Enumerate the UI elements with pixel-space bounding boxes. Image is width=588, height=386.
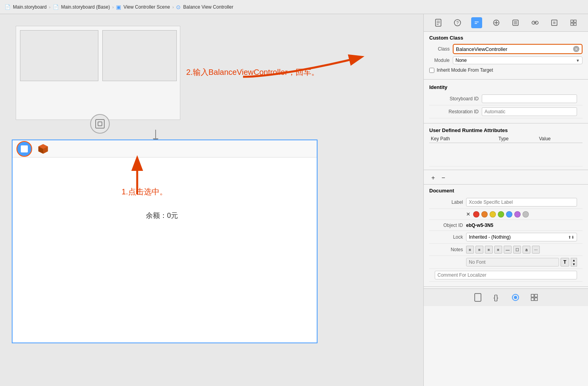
- breadcrumb-item-4[interactable]: Balance View Controller: [183, 4, 233, 10]
- svg-rect-40: [535, 298, 537, 301]
- toolbar-arrow-icon[interactable]: [491, 17, 502, 28]
- scene-inner-right: [102, 30, 177, 81]
- udra-table: Key Path Type Value: [429, 135, 583, 167]
- remove-attribute-button[interactable]: −: [439, 174, 447, 182]
- svg-rect-14: [474, 20, 480, 25]
- svg-rect-28: [553, 22, 555, 24]
- 3d-box-icon[interactable]: [36, 142, 50, 156]
- font-stepper[interactable]: ▲ ▼: [571, 258, 577, 266]
- font-picker: T ▲ ▼: [466, 258, 577, 266]
- selected-vc-circle-icon[interactable]: [16, 141, 32, 157]
- breadcrumb-item-2[interactable]: Main.storyboard (Base): [61, 4, 110, 10]
- notes-icon-group: ≡ ≡ ≡ ≡ — ☐ a ···: [466, 246, 540, 254]
- notes-box[interactable]: ☐: [513, 246, 521, 254]
- notes-label: Notes: [435, 247, 466, 252]
- toolbar-grid-icon[interactable]: [568, 17, 579, 28]
- label-label: Label: [435, 199, 466, 205]
- toolbar-list-icon[interactable]: [510, 17, 521, 28]
- storyboard-canvas[interactable]: 余额：0元 1.点击选中。 2.输入BalanceViewController，…: [0, 14, 423, 386]
- module-row: Module None ▼: [429, 56, 583, 64]
- color-dot-yellow[interactable]: [490, 211, 496, 217]
- nav-controller-icon[interactable]: [90, 114, 110, 134]
- breadcrumb-item-3[interactable]: View Controller Scene: [123, 4, 170, 10]
- bottom-toolbar: {}: [424, 288, 588, 306]
- storyboard-id-input[interactable]: [482, 94, 577, 103]
- vc-scene[interactable]: 余额：0元: [12, 140, 318, 343]
- svg-rect-39: [531, 298, 534, 301]
- notes-dash[interactable]: —: [504, 246, 512, 254]
- lock-row: Lock Inherited - (Nothing) ⬆⬇: [429, 231, 583, 244]
- class-input-field[interactable]: ✕: [453, 44, 583, 54]
- divider-4: [424, 286, 588, 287]
- color-dot-green[interactable]: [498, 211, 504, 217]
- udra-col-keypath: Key Path: [429, 135, 497, 143]
- breadcrumb-sep-2: ›: [112, 5, 114, 9]
- inherit-checkbox[interactable]: [429, 68, 434, 73]
- font-T-button[interactable]: T: [561, 258, 569, 266]
- notes-align-right[interactable]: ≡: [485, 246, 493, 254]
- svg-point-36: [514, 296, 517, 299]
- breadcrumb-sep-1: ›: [49, 5, 51, 9]
- class-clear-button[interactable]: ✕: [573, 46, 579, 52]
- red-arrow-2: [235, 38, 368, 100]
- breadcrumb-icon-3: ▣: [116, 4, 121, 10]
- notes-align-left[interactable]: ≡: [466, 246, 474, 254]
- class-text-input[interactable]: [456, 46, 573, 52]
- udra-col-value: Value: [537, 135, 583, 143]
- divider-2: [424, 123, 588, 123]
- color-dot-purple[interactable]: [514, 211, 521, 217]
- comment-input[interactable]: [435, 271, 577, 279]
- add-attribute-button[interactable]: +: [429, 174, 437, 182]
- module-dropdown[interactable]: None ▼: [453, 56, 583, 64]
- breadcrumb-item-1[interactable]: Main.storyboard: [13, 4, 47, 10]
- color-dot-orange[interactable]: [481, 211, 488, 217]
- color-picker: ✕: [466, 211, 529, 217]
- vc-header-bar: [13, 140, 317, 158]
- svg-rect-29: [571, 20, 573, 22]
- toolbar-size-icon[interactable]: [549, 17, 560, 28]
- lock-dropdown[interactable]: Inherited - (Nothing) ⬆⬇: [466, 233, 577, 241]
- notes-align-center[interactable]: ≡: [475, 246, 483, 254]
- breadcrumb-icon-4: ⊙: [176, 4, 181, 10]
- comment-row: [429, 269, 583, 282]
- bottom-braces-icon[interactable]: {}: [491, 292, 502, 303]
- breadcrumb-icon-2: 📄: [53, 4, 59, 10]
- label-input[interactable]: [466, 198, 577, 207]
- svg-rect-32: [574, 23, 576, 25]
- bottom-circle-icon[interactable]: [510, 292, 521, 303]
- restoration-id-input[interactable]: [482, 107, 577, 116]
- color-dot-gray[interactable]: [523, 211, 529, 217]
- divider-3: [424, 170, 588, 170]
- class-input-row: Class ✕: [429, 44, 583, 54]
- font-stepper-down[interactable]: ▼: [571, 262, 577, 266]
- breadcrumb-file-icon: 📄: [5, 4, 11, 10]
- scene-top-box: [16, 26, 180, 120]
- bottom-grid-icon[interactable]: [529, 292, 540, 303]
- restoration-id-label: Restoration ID: [435, 109, 482, 114]
- font-stepper-up[interactable]: ▲: [571, 258, 577, 262]
- toolbar-link-icon[interactable]: [530, 17, 541, 28]
- color-clear[interactable]: ✕: [466, 211, 470, 217]
- svg-text:{}: {}: [494, 294, 498, 301]
- color-dot-blue[interactable]: [506, 211, 512, 217]
- module-dropdown-arrow: ▼: [576, 58, 580, 63]
- toolbar-identity-icon[interactable]: [471, 17, 482, 28]
- document-title: Document: [429, 188, 583, 194]
- class-label: Class: [429, 46, 453, 52]
- bottom-file-icon[interactable]: [472, 292, 483, 303]
- notes-align-justify[interactable]: ≡: [494, 246, 502, 254]
- lock-label: Lock: [435, 234, 466, 240]
- toolbar-file-icon[interactable]: [433, 17, 444, 28]
- custom-class-title: Custom Class: [429, 35, 583, 41]
- notes-text-a[interactable]: a: [523, 246, 530, 254]
- object-id-label: Object ID: [435, 223, 466, 228]
- font-input[interactable]: [466, 258, 559, 266]
- udra-section: User Defined Runtime Attributes Key Path…: [424, 125, 588, 168]
- svg-rect-38: [535, 294, 537, 297]
- notes-ellipsis[interactable]: ···: [532, 246, 540, 254]
- inherit-row: Inherit Module From Target: [429, 66, 583, 74]
- udra-title: User Defined Runtime Attributes: [429, 125, 583, 135]
- color-dot-red[interactable]: [473, 211, 479, 217]
- toolbar-question-icon[interactable]: ?: [452, 17, 463, 28]
- selected-vc-square: [21, 145, 28, 152]
